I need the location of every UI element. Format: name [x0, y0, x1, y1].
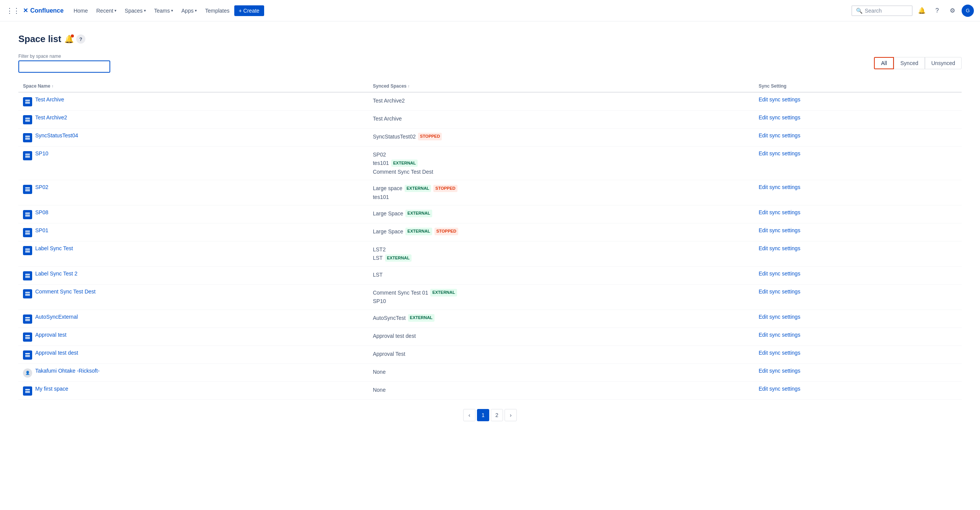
edit-sync-settings-link[interactable]: Edit sync settings	[759, 227, 800, 233]
synced-space-name: LST	[373, 254, 383, 262]
nav-spaces[interactable]: Spaces ▾	[121, 5, 150, 16]
synced-space-name: tes101	[373, 159, 389, 167]
space-name-cell: SP02	[23, 184, 364, 194]
edit-sync-settings-link[interactable]: Edit sync settings	[759, 114, 800, 121]
filter-unsynced-button[interactable]: Unsynced	[925, 57, 962, 69]
nav-right: 🔍 Search 🔔 ? ⚙ G	[851, 5, 974, 17]
space-name-cell: SyncStatusTest04	[23, 132, 364, 142]
nav-home[interactable]: Home	[70, 5, 91, 16]
svg-rect-9	[25, 189, 30, 191]
edit-sync-settings-link[interactable]: Edit sync settings	[759, 314, 800, 320]
filter-row: Filter by space name All Synced Unsynced	[18, 54, 962, 73]
nav-templates[interactable]: Templates	[201, 5, 234, 16]
page-1-button[interactable]: 1	[477, 409, 489, 421]
synced-line: Approval test dest	[373, 332, 750, 340]
space-icon	[23, 115, 32, 124]
synced-spaces-cell: SyncStatusTest02STOPPED	[368, 129, 754, 147]
space-name-link[interactable]: Test Archive2	[35, 114, 67, 121]
edit-sync-settings-link[interactable]: Edit sync settings	[759, 270, 800, 277]
confluence-logo[interactable]: ✕ Confluence	[23, 7, 64, 14]
svg-rect-20	[25, 317, 30, 318]
bell-notification-icon[interactable]: 🔔	[64, 34, 74, 44]
filter-synced-button[interactable]: Synced	[894, 57, 925, 69]
table-row: SP01 Large SpaceEXTERNALSTOPPEDEdit sync…	[18, 223, 962, 241]
space-name-link[interactable]: SP01	[35, 227, 48, 233]
synced-spaces-cell: None	[368, 381, 754, 399]
badge-stopped: STOPPED	[434, 228, 458, 235]
svg-rect-8	[25, 187, 30, 189]
space-name-cell: Approval test dest	[23, 350, 364, 360]
space-icon	[23, 350, 32, 360]
filter-left: Filter by space name	[18, 54, 110, 73]
filter-input[interactable]	[18, 60, 110, 73]
space-name-link[interactable]: AutoSyncExternal	[35, 314, 78, 320]
space-name-cell: Label Sync Test 2	[23, 270, 364, 280]
space-name-link[interactable]: Label Sync Test	[35, 245, 73, 251]
space-name-link[interactable]: SyncStatusTest04	[35, 132, 78, 138]
notifications-button[interactable]: 🔔	[916, 5, 928, 17]
table-row: AutoSyncExternal AutoSyncTestEXTERNALEdi…	[18, 310, 962, 328]
help-button[interactable]: ?	[931, 5, 943, 17]
synced-line: Comment Sync Test Dest	[373, 168, 750, 176]
synced-line: LST	[373, 270, 750, 279]
space-name-link[interactable]: Approval test dest	[35, 350, 78, 356]
synced-spaces-cell: AutoSyncTestEXTERNAL	[368, 310, 754, 328]
edit-sync-settings-link[interactable]: Edit sync settings	[759, 386, 800, 392]
svg-rect-5	[25, 137, 30, 140]
space-name-link[interactable]: SP08	[35, 209, 48, 215]
synced-line: LST2	[373, 245, 750, 254]
nav-teams[interactable]: Teams ▾	[150, 5, 177, 16]
nav-recent[interactable]: Recent ▾	[92, 5, 120, 16]
page-2-button[interactable]: 2	[491, 409, 503, 421]
synced-spaces-cell: None	[368, 363, 754, 381]
space-icon	[23, 332, 32, 342]
space-name-cell: SP01	[23, 227, 364, 237]
space-name-link[interactable]: Takafumi Ohtake -Ricksoft-	[35, 368, 100, 374]
space-name-link[interactable]: Approval test	[35, 332, 67, 338]
space-name-link[interactable]: Comment Sync Test Dest	[35, 288, 96, 295]
space-name-cell: My first space	[23, 386, 364, 396]
edit-sync-settings-link[interactable]: Edit sync settings	[759, 96, 800, 103]
search-placeholder: Search	[865, 8, 882, 14]
space-name-link[interactable]: My first space	[35, 386, 68, 392]
badge-external: EXTERNAL	[430, 289, 457, 297]
prev-page-button[interactable]: ‹	[463, 409, 475, 421]
space-name-cell: 👤 Takafumi Ohtake -Ricksoft-	[23, 368, 364, 378]
edit-sync-settings-link[interactable]: Edit sync settings	[759, 368, 800, 374]
edit-sync-settings-link[interactable]: Edit sync settings	[759, 184, 800, 190]
svg-rect-15	[25, 250, 30, 253]
nav-apps[interactable]: Apps ▾	[178, 5, 201, 16]
search-box[interactable]: 🔍 Search	[851, 5, 913, 16]
synced-space-name: None	[373, 368, 385, 376]
search-icon: 🔍	[856, 8, 862, 14]
grid-icon[interactable]: ⋮⋮	[6, 7, 20, 15]
svg-rect-11	[25, 214, 30, 217]
badge-external: EXTERNAL	[405, 228, 432, 235]
synced-spaces-cell: Test Archive2	[368, 92, 754, 111]
edit-sync-settings-link[interactable]: Edit sync settings	[759, 288, 800, 295]
create-button[interactable]: + Create	[234, 5, 264, 16]
svg-rect-23	[25, 337, 30, 339]
space-name-link[interactable]: SP02	[35, 184, 48, 190]
help-circle-icon[interactable]: ?	[76, 34, 85, 44]
space-name-link[interactable]: Label Sync Test 2	[35, 270, 77, 277]
edit-sync-settings-link[interactable]: Edit sync settings	[759, 332, 800, 338]
svg-rect-17	[25, 275, 30, 278]
edit-sync-settings-link[interactable]: Edit sync settings	[759, 150, 800, 156]
edit-sync-settings-link[interactable]: Edit sync settings	[759, 350, 800, 356]
next-page-button[interactable]: ›	[505, 409, 517, 421]
col-space-name: Space Name ↑	[18, 80, 368, 92]
edit-sync-settings-link[interactable]: Edit sync settings	[759, 245, 800, 251]
space-name-link[interactable]: Test Archive	[35, 96, 64, 103]
user-avatar[interactable]: G	[962, 5, 974, 17]
synced-line: Large SpaceEXTERNAL	[373, 209, 750, 218]
filter-all-button[interactable]: All	[874, 57, 894, 69]
synced-spaces-cell: Large spaceEXTERNALSTOPPEDtes101	[368, 180, 754, 205]
edit-sync-settings-link[interactable]: Edit sync settings	[759, 132, 800, 138]
settings-button[interactable]: ⚙	[946, 5, 959, 17]
space-name-link[interactable]: SP10	[35, 150, 48, 156]
synced-space-name: SP02	[373, 150, 386, 159]
edit-sync-settings-link[interactable]: Edit sync settings	[759, 209, 800, 215]
space-icon	[23, 185, 32, 194]
synced-line: None	[373, 386, 750, 394]
